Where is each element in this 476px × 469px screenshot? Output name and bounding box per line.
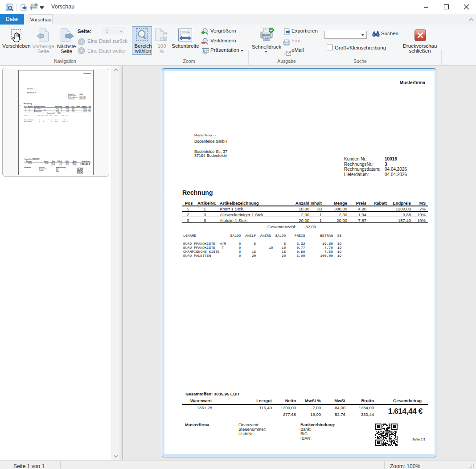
svg-text:100: 100	[161, 38, 166, 41]
